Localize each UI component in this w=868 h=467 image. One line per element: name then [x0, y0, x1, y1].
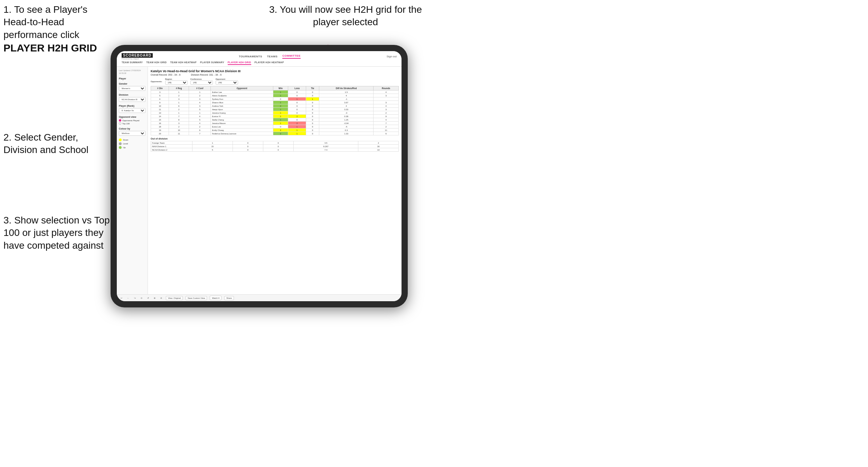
logo-text: SCOREBOARD: [122, 53, 153, 58]
colour-down: Down: [119, 139, 145, 141]
table-row: 3 1 1 Esther Lee 1 0 0 1.5 4: [151, 90, 399, 94]
nav-committee[interactable]: COMMITTEE: [282, 54, 301, 59]
gender-label: Gender: [119, 83, 145, 85]
colour-by-select[interactable]: Win/loss: [119, 131, 145, 136]
instruction-text-1: 1. To see a Player's Head-to-Head perfor…: [3, 4, 87, 40]
table-row: 19 10 6 Emily Chang 4 1 0 0.3 11: [151, 128, 399, 132]
colour-by-label: Colour by: [119, 127, 145, 130]
top-100-radio[interactable]: Top 100: [119, 122, 145, 125]
logo-sub: Powered by clippd: [122, 58, 153, 60]
redo-btn[interactable]: ↪: [133, 296, 137, 299]
nav-bar: SCOREBOARD Powered by clippd TOURNAMENTS…: [117, 51, 402, 67]
nav-teams[interactable]: TEAMS: [267, 55, 278, 58]
sidebar-player-section: Player: [119, 77, 145, 80]
sidebar: Last Updated: 27/03/2024 16:55:38 Player…: [117, 67, 148, 294]
table-row: 9 1 4 Sharon Mun 1 0 0 3.67 3: [151, 101, 399, 104]
col-div: # Div: [151, 86, 169, 90]
table-row: 14 7 4 Eunice Yi 2 2 0 0.38 9: [151, 115, 399, 118]
region-label: Region: [165, 78, 188, 80]
instruction-bottom-left: 3. Show selection vs Top 100 or just pla…: [3, 214, 114, 252]
out-of-division-table: Foreign Team 1 0 0 4.5 2 NAIA Division 1…: [151, 141, 399, 152]
opponents-played-radio[interactable]: Opponents Played: [119, 119, 145, 122]
up-label: Up: [123, 146, 126, 149]
conference-label: Conference: [190, 78, 213, 80]
undo-btn[interactable]: ↩: [120, 296, 123, 299]
bottom-toolbar: ↩ ← ↪ ⊙ ↺ ⊕ ⊘ View: Original Save Custom…: [117, 294, 402, 301]
last-updated: Last Updated: 27/03/2024 16:55:38: [119, 69, 145, 75]
col-rounds: Rounds: [374, 86, 399, 90]
sub-nav-player-h2h-heatmap[interactable]: PLAYER H2H HEATMAP: [255, 61, 284, 65]
opponents-played-label: Opponents Played: [122, 120, 139, 122]
instruction-bold: PLAYER H2H GRID: [3, 42, 97, 54]
col-win: Win: [273, 86, 288, 90]
target-btn[interactable]: ⊙: [140, 296, 143, 299]
sub-nav-player-h2h-grid[interactable]: PLAYER H2H GRID: [228, 61, 251, 65]
save-custom-btn[interactable]: Save Custom View: [186, 296, 207, 300]
tablet-screen: SCOREBOARD Powered by clippd TOURNAMENTS…: [117, 51, 402, 301]
region-filter[interactable]: (All): [165, 80, 188, 85]
add-btn[interactable]: ⊕: [153, 296, 157, 299]
watch-btn[interactable]: Watch ▾: [210, 296, 221, 300]
opponent-radio-group: Opponents Played Top 100: [119, 119, 145, 125]
conference-filter[interactable]: (All): [190, 80, 213, 85]
colour-circle-down: [119, 139, 122, 141]
division-select[interactable]: NCAA Division III: [119, 97, 145, 102]
sub-nav-player-summary[interactable]: PLAYER SUMMARY: [200, 61, 224, 65]
remove-btn[interactable]: ⊘: [159, 296, 163, 299]
colour-level: Level: [119, 142, 145, 145]
opponents-label: Opponents:: [151, 80, 162, 83]
table-row: 13 1 1 Jessica Huang 1 0 0 -3 2: [151, 111, 399, 115]
instruction-top-right: 3. You will now see H2H grid for the pla…: [263, 3, 428, 29]
opponent-label: Opponent: [216, 78, 238, 80]
colour-items: Down Level Up: [119, 139, 145, 149]
logo: SCOREBOARD Powered by clippd: [122, 53, 153, 60]
filter-opponent-group: Opponent (All): [216, 78, 238, 85]
col-conf: # Conf: [189, 86, 211, 90]
instruction-text-3: 2. Select Gender, Division and School: [3, 132, 88, 155]
table-row: 5 2 2 Alexis Sudjianto 1 0 0 4 3: [151, 94, 399, 97]
opponent-view-label: Opponent view: [119, 116, 145, 118]
top-100-label: Top 100: [122, 123, 130, 125]
col-diff: Diff Av Strokes/Rnd: [319, 86, 373, 90]
filter-opponents-label: Opponents:: [151, 80, 162, 83]
instruction-text-4: 3. Show selection vs Top 100 or just pla…: [3, 215, 110, 251]
view-original-btn[interactable]: View: Original: [166, 296, 183, 300]
nav-links: TOURNAMENTS TEAMS COMMITTEE: [239, 54, 301, 59]
sidebar-opponent-view-section: Opponent view Opponents Played Top 100: [119, 116, 145, 125]
sub-nav-team-h2h-grid[interactable]: TEAM H2H GRID: [146, 61, 167, 65]
share-btn[interactable]: Share: [224, 296, 234, 300]
out-of-division-label: Out of division: [151, 137, 399, 140]
table-row: 16 3 4 Jessica Mason 1 2 0 -0.94 7: [151, 122, 399, 125]
filter-region-group: Region (All): [165, 78, 188, 85]
tablet: SCOREBOARD Powered by clippd TOURNAMENTS…: [111, 45, 408, 307]
grid-content: Katelyn Vo Head-to-Head Grid for Women's…: [148, 67, 402, 294]
filter-row: Opponents: Region (All) Conference (All): [151, 78, 399, 85]
sign-out[interactable]: Sign out: [387, 55, 397, 58]
col-loss: Loss: [288, 86, 306, 90]
radio-dot-top100: [119, 122, 121, 125]
back-btn[interactable]: ←: [126, 297, 130, 299]
filter-conference-group: Conference (All): [190, 78, 213, 85]
nav-tournaments[interactable]: TOURNAMENTS: [239, 55, 262, 58]
player-label: Player: [119, 77, 145, 80]
sidebar-player-rank-section: Player (Rank) 8. Katelyn Vo: [119, 105, 145, 113]
sidebar-gender-section: Gender Women's: [119, 83, 145, 91]
player-rank-select[interactable]: 8. Katelyn Vo: [119, 108, 145, 113]
table-row: 11 2 5 Heejo Hyun 1 0 0 3.33 3: [151, 108, 399, 111]
ood-table-row: NCAA Division 2 5 0 0 7.4 10: [151, 148, 399, 152]
sub-nav-team-h2h-heatmap[interactable]: TEAM H2H HEATMAP: [170, 61, 197, 65]
main-data-table: # Div # Reg # Conf Opponent Win Loss Tie…: [151, 86, 399, 135]
colour-circle-level: [119, 142, 122, 145]
grid-title: Katelyn Vo Head-to-Head Grid for Women's…: [151, 69, 399, 73]
table-row: 15 8 5 Stella Cheng 1 0 0 1.25 4: [151, 118, 399, 122]
gender-select[interactable]: Women's: [119, 86, 145, 91]
colour-legend: Colour by Win/loss Down Level: [119, 127, 145, 149]
sub-nav-team-summary[interactable]: TEAM SUMMARY: [122, 61, 143, 65]
division-record: Division Record: 331 - 34 - 6: [191, 74, 221, 76]
table-row: 18 2 2 Euna Lee 0 1 0 -5 2: [151, 125, 399, 128]
colour-by-section: Colour by Win/loss: [119, 127, 145, 136]
opponent-filter[interactable]: (All): [216, 80, 238, 85]
grid-records: Overall Record: 353 - 34 - 6 Division Re…: [151, 74, 399, 76]
refresh-btn[interactable]: ↺: [146, 296, 150, 299]
colour-circle-up: [119, 146, 122, 149]
